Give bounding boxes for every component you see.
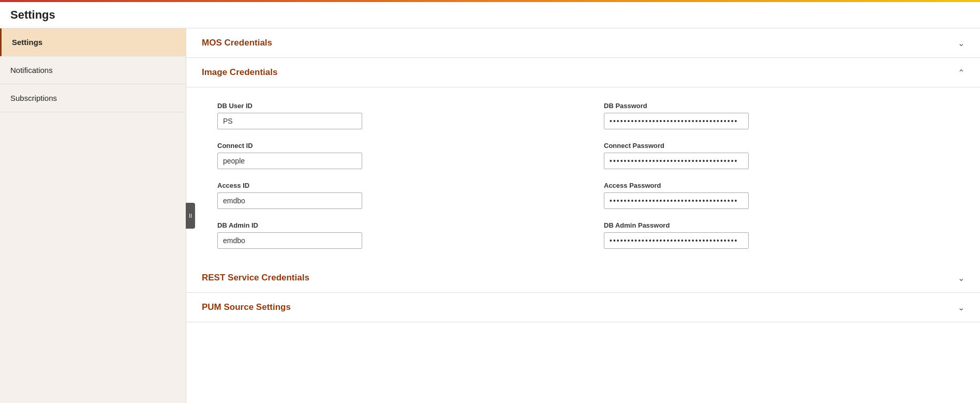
db-admin-password-label: DB Admin Password bbox=[604, 221, 949, 229]
access-password-input[interactable] bbox=[604, 192, 749, 209]
db-password-group: DB Password bbox=[604, 102, 949, 129]
sidebar-collapse-handle[interactable]: II bbox=[186, 203, 195, 229]
access-password-label: Access Password bbox=[604, 182, 949, 189]
mos-credentials-header[interactable]: MOS Credentials ⌄ bbox=[186, 28, 980, 58]
access-id-input[interactable] bbox=[217, 192, 362, 209]
content-area: MOS Credentials ⌄ Image Credentials ⌃ DB… bbox=[186, 28, 980, 403]
mos-credentials-title: MOS Credentials bbox=[202, 38, 272, 48]
pum-source-chevron-down-icon: ⌄ bbox=[958, 303, 964, 312]
sidebar-item-settings[interactable]: Settings bbox=[0, 28, 186, 56]
image-credentials-chevron-up-icon: ⌃ bbox=[958, 68, 964, 78]
rest-credentials-title: REST Service Credentials bbox=[202, 273, 309, 283]
db-admin-id-group: DB Admin ID bbox=[217, 221, 562, 249]
connect-id-label: Connect ID bbox=[217, 142, 562, 150]
db-admin-password-input[interactable] bbox=[604, 232, 749, 249]
sidebar-item-subscriptions[interactable]: Subscriptions bbox=[0, 84, 186, 112]
db-password-label: DB Password bbox=[604, 102, 949, 110]
connect-password-input[interactable] bbox=[604, 153, 749, 169]
sidebar: Settings Notifications Subscriptions II bbox=[0, 28, 186, 403]
page-title: Settings bbox=[10, 8, 55, 21]
sidebar-item-notifications[interactable]: Notifications bbox=[0, 56, 186, 84]
db-user-id-input[interactable] bbox=[217, 113, 362, 129]
connect-password-group: Connect Password bbox=[604, 142, 949, 169]
rest-credentials-header[interactable]: REST Service Credentials ⌄ bbox=[186, 263, 980, 293]
db-user-id-label: DB User ID bbox=[217, 102, 562, 110]
connect-password-label: Connect Password bbox=[604, 142, 949, 150]
top-bar: Settings bbox=[0, 2, 980, 28]
db-admin-id-label: DB Admin ID bbox=[217, 221, 562, 229]
db-admin-id-input[interactable] bbox=[217, 232, 362, 249]
pum-source-header[interactable]: PUM Source Settings ⌄ bbox=[186, 293, 980, 322]
db-user-id-group: DB User ID bbox=[217, 102, 562, 129]
image-credentials-form: DB User ID DB Password Connect ID Connec… bbox=[217, 102, 949, 249]
access-id-group: Access ID bbox=[217, 182, 562, 209]
sidebar-item-subscriptions-label: Subscriptions bbox=[10, 94, 57, 102]
connect-id-input[interactable] bbox=[217, 153, 362, 169]
pum-source-title: PUM Source Settings bbox=[202, 302, 291, 312]
access-id-label: Access ID bbox=[217, 182, 562, 189]
connect-id-group: Connect ID bbox=[217, 142, 562, 169]
image-credentials-header[interactable]: Image Credentials ⌃ bbox=[186, 58, 980, 87]
image-credentials-body: DB User ID DB Password Connect ID Connec… bbox=[186, 87, 980, 263]
access-password-group: Access Password bbox=[604, 182, 949, 209]
sidebar-item-settings-label: Settings bbox=[12, 38, 42, 47]
rest-credentials-chevron-down-icon: ⌄ bbox=[958, 273, 964, 283]
sidebar-item-notifications-label: Notifications bbox=[10, 66, 53, 74]
main-layout: Settings Notifications Subscriptions II … bbox=[0, 28, 980, 403]
db-password-input[interactable] bbox=[604, 113, 749, 129]
mos-credentials-chevron-down-icon: ⌄ bbox=[958, 38, 964, 48]
image-credentials-title: Image Credentials bbox=[202, 67, 277, 78]
db-admin-password-group: DB Admin Password bbox=[604, 221, 949, 249]
collapse-icon: II bbox=[189, 213, 192, 219]
